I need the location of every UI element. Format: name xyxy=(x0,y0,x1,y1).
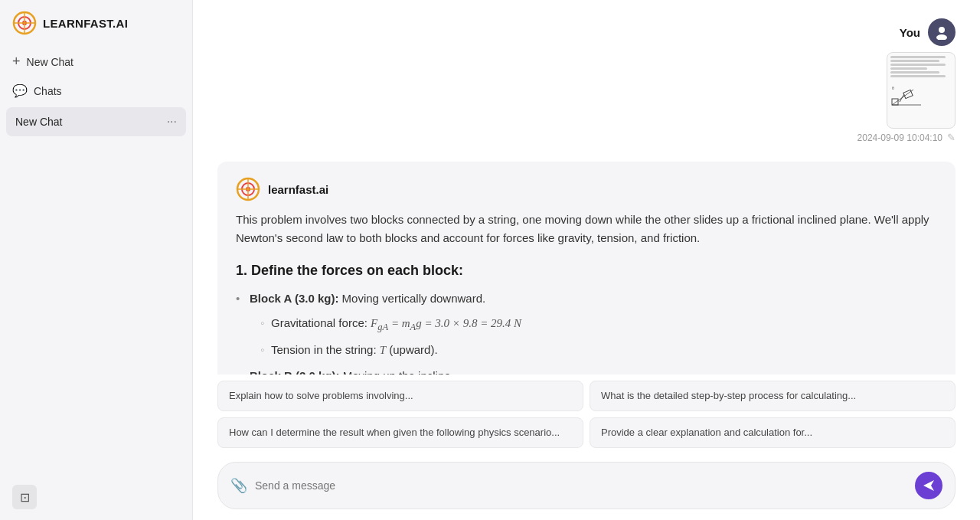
sidebar-header: LEARNFAST.AI xyxy=(0,0,192,46)
user-name: You xyxy=(900,26,920,39)
block-a-details: Gravitational force: FgA = mAg = 3.0 × 9… xyxy=(250,314,937,359)
chats-label: Chats xyxy=(34,85,62,97)
ai-intro-text: This problem involves two blocks connect… xyxy=(236,211,937,247)
send-button[interactable] xyxy=(915,472,942,499)
block-a-label: Block A (3.0 kg): xyxy=(250,292,338,305)
tension-dir: (upward). xyxy=(389,343,437,356)
chat-bubble-icon: 💬 xyxy=(12,83,28,98)
send-icon xyxy=(922,479,936,492)
attach-icon[interactable]: 📎 xyxy=(230,477,247,494)
chat-item-options[interactable]: ··· xyxy=(167,115,177,129)
message-timestamp: 2024-09-09 10:04:10 ✎ xyxy=(858,132,956,143)
svg-point-5 xyxy=(939,27,945,33)
user-message-header: You xyxy=(900,18,956,46)
suggestion-chip-2[interactable]: What is the detailed step-by-step proces… xyxy=(590,381,956,411)
tension-label: Tension in the string: xyxy=(271,343,380,356)
message-input-container: 📎 xyxy=(217,462,956,509)
suggestion-chip-4[interactable]: Provide a clear explanation and calculat… xyxy=(590,417,956,448)
svg-point-6 xyxy=(936,34,947,40)
message-input[interactable] xyxy=(255,479,907,492)
chats-section[interactable]: 💬 Chats xyxy=(0,77,192,104)
block-a-desc: Moving vertically downward. xyxy=(342,292,486,305)
suggestion-bar: Explain how to solve problems involving.… xyxy=(193,374,980,454)
tension-t: T xyxy=(380,344,386,356)
block-a-item: Block A (3.0 kg): Moving vertically down… xyxy=(236,289,937,359)
user-image-attachment: θ xyxy=(887,52,956,129)
logo-icon xyxy=(12,11,37,35)
math-formula: FgA = mAg = 3.0 × 9.8 = 29.4 N xyxy=(371,317,521,329)
attachment-text-preview xyxy=(890,56,952,79)
chat-item-label: New Chat xyxy=(15,116,62,128)
timestamp-text: 2024-09-09 10:04:10 xyxy=(858,132,942,143)
ai-name: learnfast.ai xyxy=(268,183,328,196)
gravity-label: Gravitational force: xyxy=(271,316,371,329)
block-b-label: Block B (2.0 kg): xyxy=(250,369,340,374)
svg-rect-9 xyxy=(903,90,913,98)
suggestion-chip-3[interactable]: How can I determine the result when give… xyxy=(217,417,583,448)
forces-list: Block A (3.0 kg): Moving vertically down… xyxy=(236,289,937,374)
avatar-icon xyxy=(934,25,949,40)
gravity-item: Gravitational force: FgA = mAg = 3.0 × 9… xyxy=(250,314,937,335)
ai-message-block: learnfast.ai This problem involves two b… xyxy=(217,162,956,374)
input-bar: 📎 xyxy=(193,454,980,520)
ai-message-header: learnfast.ai xyxy=(236,177,937,201)
block-b-desc: Moving up the incline. xyxy=(343,369,454,374)
text-line xyxy=(890,64,946,66)
chat-list: New Chat ··· xyxy=(0,104,192,139)
main-content: You xyxy=(193,0,980,520)
text-line xyxy=(890,75,946,77)
sidebar: LEARNFAST.AI + New Chat 💬 Chats New Chat… xyxy=(0,0,193,520)
chat-area[interactable]: You xyxy=(193,0,980,374)
app-title: LEARNFAST.AI xyxy=(43,17,128,30)
user-avatar xyxy=(928,18,956,46)
block-b-item: Block B (2.0 kg): Moving up the incline.… xyxy=(236,367,937,374)
text-line xyxy=(890,67,927,70)
collapse-icon: ⊡ xyxy=(20,490,30,505)
text-line xyxy=(890,71,939,74)
edit-icon[interactable]: ✎ xyxy=(947,132,956,143)
sidebar-footer: ⊡ xyxy=(0,474,192,520)
collapse-sidebar-button[interactable]: ⊡ xyxy=(12,485,37,509)
suggestion-chip-1[interactable]: Explain how to solve problems involving.… xyxy=(217,381,583,411)
tension-item: Tension in the string: T (upward). xyxy=(250,341,937,359)
svg-text:θ: θ xyxy=(892,86,894,90)
plus-icon: + xyxy=(12,54,21,70)
text-line xyxy=(890,60,939,62)
incline-diagram: θ xyxy=(890,83,929,106)
text-line xyxy=(890,56,946,58)
section-heading: 1. Define the forces on each block: xyxy=(236,263,937,279)
new-chat-button-label: New Chat xyxy=(27,56,74,68)
ai-logo-icon xyxy=(236,177,260,201)
chat-list-item[interactable]: New Chat ··· xyxy=(6,107,186,136)
user-message-block: You xyxy=(217,18,956,143)
new-chat-button[interactable]: + New Chat xyxy=(0,46,192,77)
svg-line-11 xyxy=(900,94,904,102)
